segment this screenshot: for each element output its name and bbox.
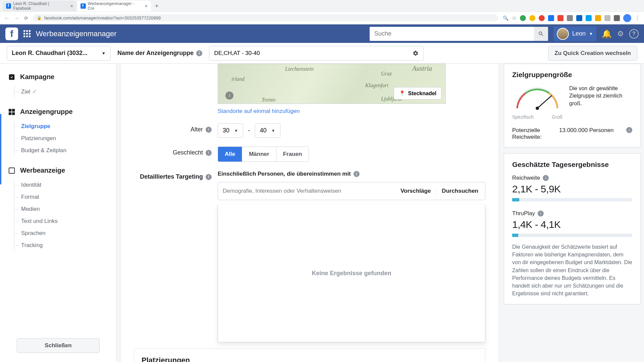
sidebar-ad-header[interactable]: Werbeanzeige bbox=[8, 167, 108, 174]
tabs-bar: Leon R. Chaudhari | Facebook × Werbeanze… bbox=[0, 0, 644, 12]
ext-icon[interactable] bbox=[595, 15, 601, 21]
app-title: Werbeanzeigenmanager bbox=[36, 29, 117, 38]
profile-avatar[interactable] bbox=[623, 14, 631, 22]
map-info-icon[interactable]: i bbox=[225, 92, 233, 100]
account-dropdown[interactable]: Leon R. Chaudhari (3032... ▼ bbox=[7, 46, 111, 61]
adset-name-input[interactable]: DE,CH,AT - 30-40 bbox=[209, 46, 424, 61]
sidebar-item-ziel[interactable]: Ziel✓ bbox=[14, 85, 108, 98]
info-icon[interactable]: i bbox=[543, 175, 549, 181]
sidebar-item-budget[interactable]: Budget & Zeitplan bbox=[14, 144, 108, 157]
map-label: irland bbox=[231, 76, 245, 82]
sidebar-item-platzierungen[interactable]: Platzierungen bbox=[14, 132, 108, 144]
ext-icon[interactable] bbox=[529, 15, 535, 21]
sidebar-item-text[interactable]: Text und Links bbox=[14, 215, 108, 227]
suggestions-button[interactable]: Vorschläge bbox=[395, 188, 436, 194]
help-icon[interactable]: ? bbox=[629, 29, 639, 39]
browse-button[interactable]: Durchsuchen bbox=[436, 188, 484, 194]
info-icon[interactable]: i bbox=[206, 174, 212, 180]
ext-icon[interactable] bbox=[614, 15, 620, 21]
sidebar-item-medien[interactable]: Medien bbox=[14, 203, 108, 215]
drop-pin-button[interactable]: 📍 Stecknadel bbox=[394, 87, 441, 100]
browser-tab-1[interactable]: Leon R. Chaudhari | Facebook × bbox=[3, 1, 76, 11]
gauge-label-broad: Groß bbox=[552, 114, 562, 120]
forward-button: → bbox=[14, 15, 19, 21]
settings-gear-icon[interactable]: ⚙ bbox=[617, 29, 624, 38]
info-icon[interactable]: i bbox=[196, 50, 202, 56]
sidebar-item-zielgruppe[interactable]: Zielgruppe bbox=[14, 120, 108, 132]
form-column: Liechtenstein irland Trento Graz Klagenf… bbox=[120, 64, 499, 362]
svg-rect-5 bbox=[9, 168, 15, 173]
caret-icon: ▼ bbox=[234, 128, 238, 133]
menu-icon[interactable]: ⋮ bbox=[635, 15, 640, 21]
audience-gauge: Spezifisch Groß bbox=[512, 85, 562, 120]
facebook-favicon bbox=[6, 3, 11, 9]
targeting-input[interactable] bbox=[219, 184, 395, 198]
search-button[interactable] bbox=[534, 27, 548, 41]
ext-icon[interactable] bbox=[604, 15, 610, 21]
facebook-logo[interactable]: f bbox=[5, 27, 18, 40]
new-tab-button[interactable]: + bbox=[152, 3, 162, 10]
sidebar-item-sprachen[interactable]: Sprachen bbox=[14, 227, 108, 239]
reload-button[interactable]: ⟳ bbox=[24, 15, 28, 21]
info-icon[interactable]: i bbox=[538, 210, 544, 217]
close-button[interactable]: Schließen bbox=[17, 338, 100, 353]
sidebar-item-format[interactable]: Format bbox=[14, 191, 108, 203]
targeting-sublabel: Einschließlich Personen, die übereinstim… bbox=[218, 171, 485, 177]
main-layout: Kampagne Ziel✓ Anzeigengruppe Zielgruppe… bbox=[0, 64, 644, 362]
info-icon[interactable]: i bbox=[206, 127, 212, 133]
zoom-icon[interactable]: 🔍 bbox=[503, 15, 508, 21]
url-input[interactable]: 🔒 facebook.com/adsmanager/creation?act=3… bbox=[33, 14, 498, 21]
lock-icon: 🔒 bbox=[37, 16, 42, 20]
ext-icon[interactable] bbox=[586, 15, 592, 21]
gender-men-button[interactable]: Männer bbox=[242, 147, 276, 162]
disclaimer-text: Die Genauigkeit der Schätzwerte basiert … bbox=[512, 243, 632, 297]
close-tab-icon[interactable]: × bbox=[70, 3, 73, 9]
search-wrap bbox=[370, 27, 548, 41]
sidebar-item-tracking[interactable]: Tracking bbox=[14, 239, 108, 251]
map-label: Trento bbox=[262, 97, 275, 103]
gear-icon[interactable] bbox=[413, 50, 419, 56]
audience-size-title: Zielgruppengröße bbox=[512, 71, 632, 79]
info-icon[interactable]: i bbox=[206, 150, 212, 156]
age-max-dropdown[interactable]: 40▼ bbox=[255, 123, 280, 138]
search-icon bbox=[538, 31, 544, 37]
caret-icon: ▼ bbox=[271, 128, 275, 133]
bulk-locations-link[interactable]: Standorte auf einmal hinzufügen bbox=[218, 108, 485, 115]
search-input[interactable] bbox=[370, 27, 534, 41]
daily-results-card: Geschätzte Tagesergebnisse Reichweitei 2… bbox=[504, 154, 641, 304]
audience-size-card: Zielgruppengröße Spezifisch bbox=[504, 64, 641, 147]
browser-tab-2[interactable]: Werbeanzeigenmanager - Cre × bbox=[77, 1, 151, 11]
ext-icon[interactable] bbox=[520, 15, 526, 21]
sidebar-campaign-header[interactable]: Kampagne bbox=[8, 73, 108, 81]
sidebar-adset-header[interactable]: Anzeigengruppe bbox=[8, 108, 108, 116]
ext-icon[interactable] bbox=[576, 15, 582, 21]
gender-women-button[interactable]: Frauen bbox=[276, 147, 309, 162]
pin-icon: 📍 bbox=[399, 90, 406, 97]
age-min-dropdown[interactable]: 30▼ bbox=[218, 123, 243, 138]
location-map[interactable]: Liechtenstein irland Trento Graz Klagenf… bbox=[218, 64, 446, 104]
gender-segment: Alle Männer Frauen bbox=[218, 146, 309, 162]
notifications-icon[interactable]: 🔔 bbox=[602, 29, 612, 39]
ext-icon[interactable] bbox=[539, 15, 545, 21]
sidebar-item-identitaet[interactable]: Identität bbox=[14, 179, 108, 191]
thruplay-bar bbox=[512, 234, 632, 237]
close-tab-icon[interactable]: × bbox=[145, 3, 148, 9]
info-icon[interactable]: i bbox=[354, 171, 360, 177]
info-icon[interactable]: i bbox=[626, 127, 632, 133]
map-label: Graz bbox=[381, 71, 392, 77]
address-bar: ← → ⟳ 🔒 facebook.com/adsmanager/creation… bbox=[0, 12, 644, 24]
map-label: Klagenfurt bbox=[365, 82, 388, 88]
apps-grid-icon[interactable] bbox=[23, 30, 31, 37]
thruplay-bar-fill bbox=[512, 234, 518, 237]
ext-icon[interactable] bbox=[567, 15, 573, 21]
back-button[interactable]: ← bbox=[4, 15, 9, 21]
ext-icon[interactable] bbox=[557, 15, 564, 21]
user-menu[interactable]: Leon ▼ bbox=[553, 26, 596, 41]
gender-all-button[interactable]: Alle bbox=[218, 147, 242, 162]
ext-icon[interactable] bbox=[548, 15, 554, 21]
switch-creation-button[interactable]: Zu Quick Creation wechseln bbox=[548, 46, 637, 61]
url-text: facebook.com/adsmanager/creation?act=303… bbox=[44, 15, 161, 20]
star-icon[interactable]: ☆ bbox=[512, 15, 517, 21]
reach-bar bbox=[512, 198, 632, 201]
check-icon: ✓ bbox=[32, 88, 37, 95]
